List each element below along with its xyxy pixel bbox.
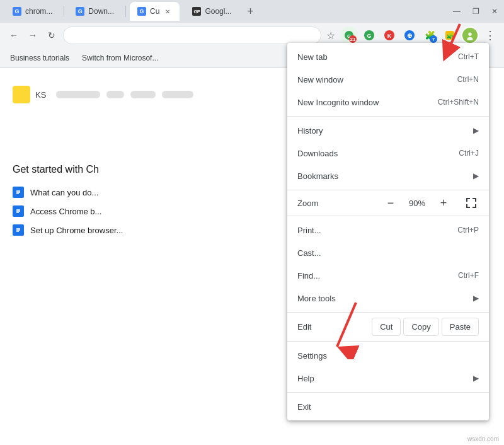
menu-item-find[interactable]: Find... Ctrl+F — [287, 264, 489, 287]
maximize-button[interactable]: ❐ — [471, 7, 480, 16]
three-dots-menu[interactable]: ⋮ — [481, 26, 499, 44]
menu-label-bookmarks: Bookmarks — [297, 171, 338, 181]
ks-icon — [13, 86, 30, 103]
tab-label-4: Googl... — [205, 7, 231, 16]
svg-text:G: G — [367, 33, 371, 39]
zoom-row: Zoom − 90% + — [287, 193, 489, 213]
reload-button[interactable]: ↻ — [43, 26, 60, 44]
tab-separator-2 — [125, 6, 126, 17]
svg-rect-15 — [17, 91, 21, 93]
paste-button[interactable]: Paste — [442, 318, 479, 336]
list-label-3: Set up Chrome browser... — [30, 226, 123, 235]
edit-row: Edit Cut Copy Paste — [287, 315, 489, 338]
svg-rect-31 — [475, 198, 476, 202]
ext-icon-1[interactable]: G 21 — [340, 26, 358, 44]
menu-item-downloads[interactable]: Downloads Ctrl+J — [287, 142, 489, 165]
bookmark-label-1: Business tutorials — [10, 54, 69, 62]
zoom-fullscreen-button[interactable] — [464, 195, 479, 211]
menu-shortcut-print: Ctrl+P — [457, 226, 479, 234]
list-label-2: Access Chrome b... — [30, 207, 101, 216]
ext-svg-6: 🧩 — [444, 30, 455, 41]
zoom-label: Zoom — [297, 199, 378, 208]
menu-divider-1 — [287, 116, 489, 117]
menu-shortcut-downloads: Ctrl+J — [459, 149, 479, 158]
list-icon-1 — [13, 187, 24, 198]
ext-icon-3[interactable]: K — [381, 26, 398, 44]
tab-2[interactable]: G Down... — [68, 2, 122, 21]
ext-badge-1: 21 — [349, 35, 357, 43]
menu-item-more-tools[interactable]: More tools ▶ — [287, 287, 489, 309]
menu-label-help: Help — [297, 374, 314, 383]
menu-label-new-window: New window — [297, 75, 343, 84]
new-tab-button[interactable]: + — [241, 3, 259, 20]
back-button[interactable]: ← — [5, 26, 23, 44]
menu-item-help[interactable]: Help ▶ — [287, 367, 489, 390]
menu-item-bookmarks[interactable]: Bookmarks ▶ — [287, 165, 489, 187]
tab-label-2: Down... — [88, 7, 114, 16]
address-bar[interactable] — [63, 26, 321, 44]
ext-badge-5: 7 — [430, 35, 437, 43]
menu-arrow-history: ▶ — [473, 126, 479, 135]
svg-rect-33 — [466, 204, 467, 208]
menu-item-new-window[interactable]: New window Ctrl+N — [287, 68, 489, 91]
menu-label-history: History — [297, 126, 323, 136]
ext-icon-4[interactable]: ⊕ — [401, 26, 418, 44]
menu-label-new-tab: New tab — [297, 52, 328, 62]
copy-button[interactable]: Copy — [403, 318, 438, 336]
ext-svg-3: K — [384, 30, 395, 41]
menu-item-history[interactable]: History ▶ — [287, 119, 489, 142]
menu-label-new-incognito: New Incognito window — [297, 98, 379, 107]
ext-icon-2[interactable]: G — [360, 26, 378, 44]
ext-svg-2: G — [364, 30, 375, 41]
minimize-button[interactable]: — — [452, 7, 461, 16]
bookmark-business-tutorials[interactable]: Business tutorials — [5, 51, 74, 65]
cut-button[interactable]: Cut — [372, 318, 401, 336]
tab-label-1: chrom... — [25, 7, 52, 16]
zoom-minus-button[interactable]: − — [383, 195, 398, 211]
tab-1[interactable]: G chrom... — [5, 2, 60, 21]
menu-label-print: Print... — [297, 226, 321, 235]
zoom-controls: − 90% + — [383, 195, 451, 211]
menu-item-settings[interactable]: Settings — [287, 344, 489, 367]
bookmark-switch-microsoft[interactable]: Switch from Microsof... — [77, 51, 163, 65]
tab-favicon-4: GP — [192, 7, 201, 16]
menu-item-exit[interactable]: Exit — [287, 395, 489, 418]
menu-label-more-tools: More tools — [297, 294, 336, 303]
menu-label-settings: Settings — [297, 351, 327, 361]
menu-item-new-incognito[interactable]: New Incognito window Ctrl+Shift+N — [287, 91, 489, 113]
tab-favicon-3: G — [137, 7, 146, 16]
svg-rect-29 — [466, 198, 467, 202]
tab-4[interactable]: GP Googl... — [185, 2, 239, 21]
menu-divider-5 — [287, 341, 489, 342]
extension-icons: G 21 G K ⊕ — [340, 26, 479, 44]
dropdown-menu: New tab Ctrl+T New window Ctrl+N New Inc… — [287, 43, 489, 420]
tab-separator-1 — [64, 6, 64, 17]
ks-folder-icon — [16, 90, 26, 100]
menu-divider-2 — [287, 190, 489, 190]
menu-arrow-more-tools: ▶ — [473, 294, 479, 303]
list-icon-3 — [13, 224, 24, 236]
ext-icon-5[interactable]: 🧩 7 — [421, 26, 438, 44]
menu-divider-6 — [287, 392, 489, 393]
menu-shortcut-new-window: Ctrl+N — [457, 75, 479, 84]
list-label-1: What can you do... — [30, 188, 98, 197]
ext-icon-6[interactable]: 🧩 — [441, 26, 459, 44]
tab-favicon-2: G — [76, 7, 84, 16]
bookmark-star[interactable]: ☆ — [324, 30, 338, 42]
title-bar: G chrom... G Down... G Cu ✕ GP Googl... … — [0, 0, 504, 23]
menu-item-new-tab[interactable]: New tab Ctrl+T — [287, 45, 489, 68]
menu-item-cast[interactable]: Cast... — [287, 241, 489, 264]
zoom-plus-button[interactable]: + — [436, 195, 451, 211]
close-button[interactable]: ✕ — [490, 7, 499, 16]
profile-icon[interactable] — [461, 26, 479, 44]
svg-text:⊕: ⊕ — [407, 32, 412, 39]
svg-text:🧩: 🧩 — [446, 32, 454, 40]
menu-arrow-bookmarks: ▶ — [473, 171, 479, 180]
browser-frame: G chrom... G Down... G Cu ✕ GP Googl... … — [0, 0, 504, 445]
forward-button[interactable]: → — [24, 26, 42, 44]
profile-svg — [465, 30, 475, 40]
tab-close-3[interactable]: ✕ — [163, 7, 172, 16]
menu-item-print[interactable]: Print... Ctrl+P — [287, 219, 489, 241]
tab-3-active[interactable]: G Cu ✕ — [130, 2, 180, 21]
window-controls: — ❐ ✕ — [452, 7, 499, 16]
